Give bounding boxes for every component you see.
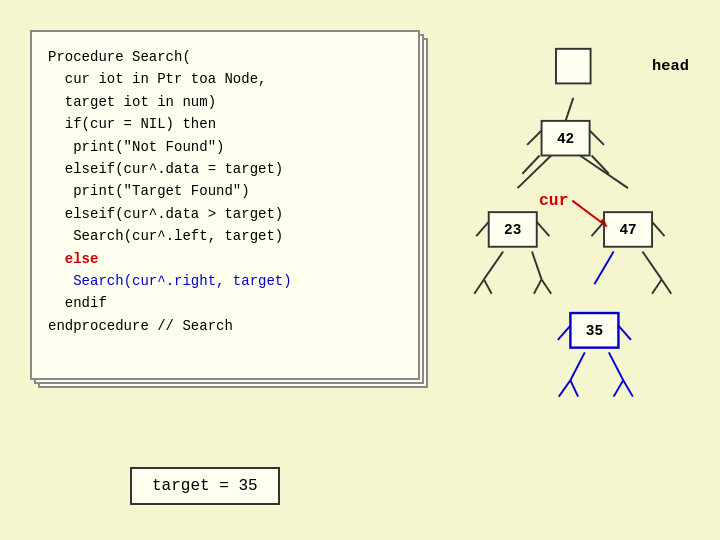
svg-line-39 (652, 222, 664, 236)
target-label: target = 35 (152, 477, 258, 495)
code-line-7: print("Target Found") (48, 180, 402, 202)
code-line-3: target iot in num) (48, 91, 402, 113)
svg-line-11 (594, 252, 613, 285)
code-line-9: Search(cur^.left, target) (48, 225, 402, 247)
tree-area: 42 23 47 35 cur head (460, 20, 700, 510)
svg-line-38 (592, 222, 604, 236)
target-box: target = 35 (130, 467, 280, 505)
tree-svg: 42 23 47 35 cur head (460, 20, 700, 510)
svg-text:35: 35 (586, 323, 603, 339)
svg-line-34 (527, 130, 541, 144)
svg-line-2 (580, 155, 628, 188)
svg-line-0 (566, 98, 574, 121)
svg-line-40 (558, 326, 570, 340)
code-line-8: elseif(cur^.data > target) (48, 203, 402, 225)
svg-line-20 (623, 380, 633, 396)
svg-text:47: 47 (619, 222, 636, 238)
svg-line-3 (522, 155, 539, 173)
code-block: Procedure Search( cur iot in Ptr toa Nod… (30, 30, 420, 380)
code-line-13: endprocedure // Search (48, 315, 402, 337)
svg-line-6 (532, 252, 542, 280)
svg-line-7 (474, 279, 484, 293)
svg-text:cur: cur (539, 191, 568, 210)
svg-line-37 (537, 222, 549, 236)
svg-text:23: 23 (504, 222, 521, 238)
code-line-11: Search(cur^.right, target) (48, 270, 402, 292)
svg-line-10 (542, 279, 552, 293)
code-line-6: elseif(cur^.data = target) (48, 158, 402, 180)
svg-rect-21 (556, 49, 591, 84)
code-line-1: Procedure Search( (48, 46, 402, 68)
svg-line-13 (652, 279, 662, 293)
code-line-10: else (48, 248, 402, 270)
svg-line-5 (484, 252, 503, 280)
code-line-12: endif (48, 292, 402, 314)
code-line-5: print("Not Found") (48, 136, 402, 158)
svg-line-14 (662, 279, 672, 293)
svg-line-12 (642, 252, 661, 280)
svg-line-15 (570, 352, 584, 380)
svg-line-9 (534, 279, 542, 293)
svg-line-17 (559, 380, 571, 396)
svg-line-36 (476, 222, 488, 236)
svg-text:head: head (652, 57, 689, 75)
svg-line-41 (618, 326, 630, 340)
code-line-4: if(cur = NIL) then (48, 113, 402, 135)
svg-line-18 (570, 380, 578, 396)
svg-line-16 (609, 352, 623, 380)
svg-line-8 (484, 279, 492, 293)
svg-line-35 (590, 130, 604, 144)
svg-text:42: 42 (557, 131, 574, 147)
svg-line-19 (614, 380, 624, 396)
code-line-2: cur iot in Ptr toa Node, (48, 68, 402, 90)
